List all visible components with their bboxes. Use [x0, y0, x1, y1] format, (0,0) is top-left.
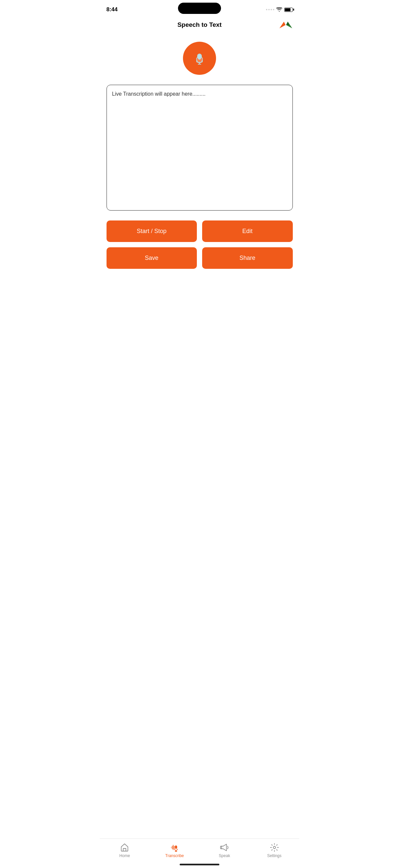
- status-time: 8:44: [106, 6, 118, 13]
- save-button[interactable]: Save: [106, 247, 197, 269]
- share-button[interactable]: Share: [202, 247, 293, 269]
- transcription-placeholder: Live Transcription will appear here.....…: [112, 91, 206, 97]
- action-buttons: Start / Stop Edit Save Share: [100, 211, 299, 275]
- status-bar: 8:44: [100, 0, 299, 18]
- svg-marker-0: [279, 22, 285, 28]
- status-icons: [266, 7, 293, 12]
- microphone-button[interactable]: [183, 42, 216, 75]
- svg-marker-2: [286, 22, 289, 25]
- wifi-icon: [276, 7, 282, 12]
- page-title: Speech to Text: [177, 21, 222, 28]
- app-logo: [279, 19, 293, 30]
- signal-icon: [266, 9, 274, 10]
- battery-icon: [284, 8, 293, 12]
- notch: [178, 3, 221, 14]
- start-stop-button[interactable]: Start / Stop: [106, 220, 197, 242]
- transcription-area[interactable]: Live Transcription will appear here.....…: [106, 85, 293, 211]
- edit-button[interactable]: Edit: [202, 220, 293, 242]
- header: Speech to Text: [100, 18, 299, 32]
- svg-marker-1: [286, 22, 292, 28]
- mic-section: [100, 32, 299, 85]
- svg-rect-4: [198, 54, 201, 60]
